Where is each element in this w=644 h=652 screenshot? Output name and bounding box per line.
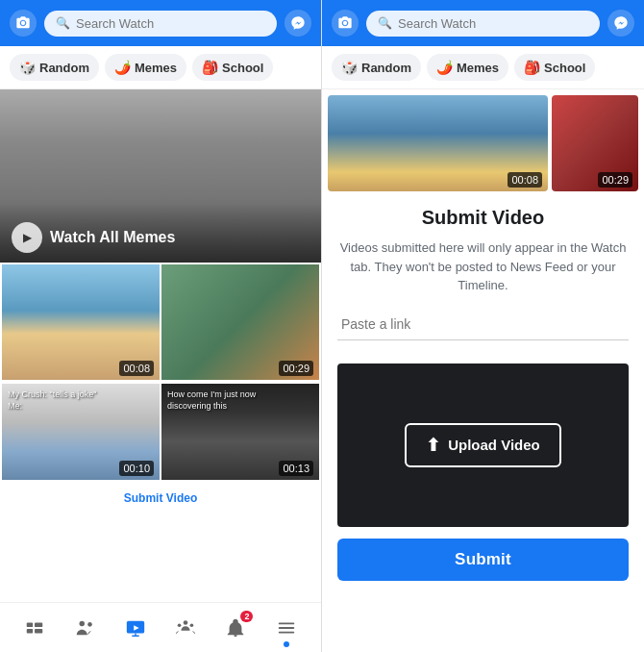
submit-description: Videos submitted here will only appear i…: [337, 238, 629, 295]
right-video-duration-1: 00:08: [508, 172, 542, 188]
left-content: ▶ Watch All Memes 00:08 00:29 My Crush: …: [0, 89, 321, 602]
submit-video-section: Submit Video Videos submitted here will …: [322, 191, 644, 364]
left-camera-icon[interactable]: [10, 10, 37, 37]
paste-link-input[interactable]: [337, 309, 629, 340]
right-video-thumb-2[interactable]: 00:29: [552, 95, 638, 191]
submit-button[interactable]: Submit: [337, 539, 629, 581]
video-duration-small-2: 00:13: [279, 461, 313, 476]
left-tab-memes-label: Memes: [135, 61, 177, 75]
upload-area[interactable]: ⬆ Upload Video: [337, 364, 629, 527]
svg-point-9: [178, 623, 182, 627]
nav-notifications[interactable]: 2: [214, 607, 257, 649]
left-search-icon: 🔍: [56, 16, 70, 30]
video-grid: 00:08 00:29: [0, 263, 321, 382]
svg-rect-13: [279, 631, 295, 633]
video-thumb-small-2[interactable]: How come I'm just nowdiscovering this 00…: [161, 384, 319, 480]
right-tab-school[interactable]: 🎒 School: [514, 54, 595, 81]
video-caption-2: How come I'm just nowdiscovering this: [167, 389, 256, 412]
right-video-thumb-1[interactable]: 00:08: [328, 95, 548, 191]
left-tab-random[interactable]: 🎲 Random: [10, 54, 99, 81]
submit-teaser[interactable]: Submit Video: [0, 482, 321, 514]
submit-title: Submit Video: [337, 207, 629, 229]
video-grid-small: My Crush: "tells a joke"Me: 00:10 How co…: [0, 382, 321, 482]
left-tab-school-label: School: [222, 61, 263, 75]
left-header: 🔍: [0, 0, 321, 46]
hero-overlay: ▶ Watch All Memes: [0, 203, 321, 263]
right-content: 00:08 00:29 Submit Video Videos submitte…: [322, 89, 644, 652]
right-panel: 🔍 🎲 Random 🌶️ Memes 🎒 School 00:08: [322, 0, 644, 652]
svg-rect-12: [279, 627, 295, 629]
right-tab-random-label: Random: [361, 61, 411, 75]
video-caption-1: My Crush: "tells a joke"Me:: [8, 389, 96, 412]
video-duration-small-1: 00:10: [119, 461, 154, 476]
svg-point-4: [80, 620, 86, 626]
svg-point-5: [88, 622, 93, 627]
nav-groups[interactable]: [164, 607, 207, 649]
video-thumb-small-1[interactable]: My Crush: "tells a joke"Me: 00:10: [2, 384, 160, 480]
nav-more[interactable]: [265, 607, 308, 649]
nav-friends[interactable]: [63, 607, 106, 649]
right-tab-school-label: School: [544, 61, 585, 75]
upload-label: Upload Video: [448, 437, 540, 453]
nav-watch[interactable]: [114, 607, 157, 649]
svg-rect-1: [27, 628, 33, 633]
hero-video[interactable]: ▶ Watch All Memes: [0, 89, 321, 263]
svg-rect-0: [27, 622, 33, 627]
upload-video-button[interactable]: ⬆ Upload Video: [405, 423, 561, 467]
submit-button-label: Submit: [455, 550, 511, 568]
right-search-bar[interactable]: 🔍: [366, 11, 600, 37]
video-duration-2: 00:29: [279, 361, 313, 376]
left-tab-school[interactable]: 🎒 School: [192, 54, 273, 81]
upload-icon: ⬆: [426, 435, 440, 456]
left-search-input[interactable]: [76, 16, 265, 31]
video-thumb-1[interactable]: 00:08: [2, 264, 160, 380]
svg-point-8: [184, 620, 188, 625]
random-emoji: 🎲: [19, 60, 36, 75]
left-search-bar[interactable]: 🔍: [44, 11, 277, 37]
left-messenger-icon[interactable]: [285, 10, 311, 37]
nav-menu[interactable]: [13, 607, 56, 649]
right-tab-random[interactable]: 🎲 Random: [332, 54, 421, 81]
right-tabs: 🎲 Random 🌶️ Memes 🎒 School: [322, 46, 644, 89]
memes-emoji: 🌶️: [114, 60, 131, 75]
bottom-nav: 2: [0, 602, 321, 652]
left-tabs: 🎲 Random 🌶️ Memes 🎒 School: [0, 46, 321, 89]
notification-badge: 2: [240, 611, 253, 622]
svg-rect-11: [279, 622, 295, 624]
play-icon: ▶: [23, 231, 32, 244]
svg-point-10: [190, 623, 194, 627]
school-emoji: 🎒: [202, 60, 218, 75]
right-tab-memes[interactable]: 🌶️ Memes: [427, 54, 508, 81]
left-tab-memes[interactable]: 🌶️ Memes: [105, 54, 186, 81]
right-search-icon: 🔍: [378, 16, 392, 30]
right-tab-memes-label: Memes: [457, 61, 499, 75]
submit-teaser-text: Submit Video: [124, 491, 197, 505]
video-duration-1: 00:08: [119, 361, 154, 376]
nav-dot: [284, 641, 289, 647]
right-video-duration-2: 00:29: [598, 172, 632, 188]
right-search-input[interactable]: [398, 16, 588, 31]
hero-play-button[interactable]: ▶: [12, 222, 42, 253]
svg-rect-3: [35, 628, 42, 633]
left-panel: 🔍 🎲 Random 🌶️ Memes 🎒 School: [0, 0, 322, 652]
right-messenger-icon[interactable]: [607, 10, 634, 37]
right-camera-icon[interactable]: [332, 10, 359, 37]
right-header: 🔍: [322, 0, 644, 46]
hero-title: Watch All Memes: [50, 229, 175, 246]
submit-button-wrap: Submit: [322, 527, 644, 592]
video-thumb-2[interactable]: 00:29: [161, 264, 319, 380]
left-tab-random-label: Random: [39, 61, 89, 75]
svg-rect-2: [35, 622, 42, 627]
